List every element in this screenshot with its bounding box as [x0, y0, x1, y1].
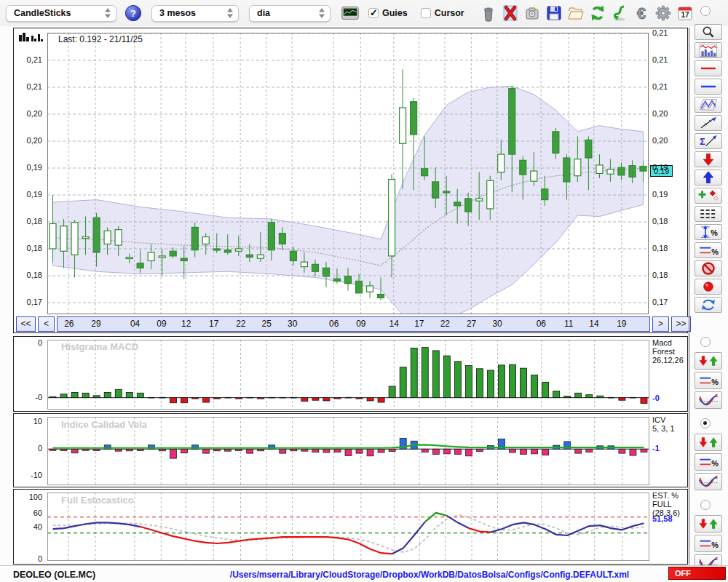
- date-tick: 06: [537, 319, 546, 329]
- curve-indicator-button-1[interactable]: [695, 391, 722, 409]
- stoch-watermark: Full Estocastico: [61, 495, 134, 506]
- svg-text:Σ: Σ: [700, 137, 705, 147]
- date-strip[interactable]: 2629040912172225300609141722273006111419: [57, 316, 650, 332]
- date-tick: 22: [440, 319, 450, 329]
- svg-text:%: %: [711, 247, 719, 256]
- sync-button[interactable]: [609, 2, 630, 24]
- date-tick: 17: [414, 319, 424, 329]
- scroll-back-button[interactable]: <: [38, 316, 55, 332]
- lines-percent-button-3[interactable]: %: [695, 535, 722, 552]
- date-tick: 30: [492, 319, 502, 329]
- scroll-fast-back-button[interactable]: <<: [16, 316, 36, 332]
- add-marker-button[interactable]: [695, 188, 722, 204]
- axis-label: 0,20: [13, 109, 42, 118]
- candlestick-plot[interactable]: [47, 33, 649, 314]
- axis-label: 5, 3, 1: [652, 424, 687, 433]
- axis-label: 0,19: [13, 190, 42, 199]
- zoom-tool-button[interactable]: [695, 24, 722, 40]
- guies-checkbox[interactable]: Guies: [368, 8, 408, 18]
- swap-arrows-button[interactable]: [695, 297, 722, 313]
- curve-indicator-button-2[interactable]: [695, 473, 722, 490]
- axis-label: (28,3,6): [652, 509, 689, 517]
- axis-label: 0,20: [13, 136, 42, 145]
- period-select[interactable]: 3 mesos: [151, 5, 239, 22]
- signal-arrows-button-2[interactable]: [695, 434, 722, 451]
- indicator-panel-radio-1[interactable]: [700, 337, 711, 347]
- save-button[interactable]: [543, 2, 565, 24]
- icv-watermark: Indice Calidad Vela: [61, 419, 147, 430]
- checkbox-icon: [421, 8, 431, 18]
- axis-label: 0,21: [652, 82, 684, 91]
- svg-text:%: %: [711, 378, 719, 386]
- axis-label: 0,18: [652, 244, 684, 252]
- euro-button[interactable]: €: [630, 2, 652, 24]
- chart-type-select[interactable]: CandleSticks: [6, 5, 116, 22]
- axis-label: ICV: [652, 415, 687, 424]
- signal-arrows-button-1[interactable]: [695, 352, 722, 370]
- panel-divider: [689, 28, 689, 565]
- date-tick: 04: [130, 319, 140, 329]
- settings-button[interactable]: [652, 2, 674, 24]
- help-button[interactable]: ?: [122, 2, 144, 24]
- trend-arrow-button[interactable]: [695, 115, 722, 131]
- lines-percent-button[interactable]: %: [695, 242, 722, 258]
- scroll-fast-fwd-button[interactable]: >>: [671, 316, 691, 332]
- axis-label: 0: [13, 554, 42, 563]
- indicator-panel-button[interactable]: [695, 42, 722, 58]
- axis-label: 10: [13, 417, 42, 426]
- main-chart-radio[interactable]: [700, 6, 711, 16]
- axis-label: 0,17: [652, 298, 684, 306]
- snapshot-button[interactable]: [521, 2, 543, 24]
- axis-label: 0,18: [652, 217, 684, 226]
- stoch-plot[interactable]: [47, 493, 649, 561]
- axis-label: 0,17: [13, 298, 42, 306]
- axis-label: 0,21: [652, 55, 684, 64]
- vertical-percent-button[interactable]: %: [695, 224, 722, 240]
- scroll-fwd-button[interactable]: >: [652, 316, 669, 332]
- macd-axis-bottom: -0: [13, 393, 42, 402]
- indicator-panel-radio-3[interactable]: [700, 500, 711, 510]
- dashed-levels-button[interactable]: [695, 206, 722, 222]
- lines-percent-button-1[interactable]: %: [695, 372, 722, 389]
- app-window: CandleSticks ? 3 mesos dia Guies Cursor …: [0, 0, 728, 582]
- axis-label: Macd: [652, 338, 687, 347]
- delete-button[interactable]: [499, 2, 521, 24]
- record-button[interactable]: [695, 279, 722, 295]
- axis-label: EST. %: [652, 491, 689, 500]
- axis-label: 0,18: [13, 271, 42, 279]
- axis-label: FULL: [652, 500, 689, 509]
- date-tick: 27: [467, 319, 476, 329]
- svg-text:17: 17: [681, 11, 689, 19]
- trash-button[interactable]: [478, 2, 499, 24]
- arrow-down-red-button[interactable]: [695, 151, 722, 167]
- red-line-button[interactable]: [695, 60, 722, 76]
- macd-axis-top: 0: [13, 338, 42, 347]
- open-folder-button[interactable]: [565, 2, 587, 24]
- date-tick: 29: [91, 319, 100, 329]
- indicator-panel-radio-2[interactable]: [700, 418, 711, 428]
- mini-chart-button[interactable]: [339, 2, 361, 24]
- axis-label: 26,12,26: [652, 356, 687, 364]
- cursor-checkbox[interactable]: Cursor: [421, 8, 464, 18]
- date-tick: 22: [236, 319, 245, 329]
- blue-line-button[interactable]: [695, 79, 722, 95]
- forbid-button[interactable]: [695, 260, 722, 276]
- toolbar: CandleSticks ? 3 mesos dia Guies Cursor …: [0, 0, 728, 26]
- interval-value: dia: [257, 8, 314, 18]
- config-path: /Users/mserra/Library/CloudStorage/Dropb…: [175, 570, 684, 580]
- lines-percent-button-2[interactable]: %: [695, 453, 722, 471]
- refresh-button[interactable]: [587, 2, 609, 24]
- axis-label: -10: [13, 471, 42, 479]
- date-tick: 26: [64, 319, 74, 329]
- axis-label: 0,20: [652, 109, 684, 118]
- chevron-updown-icon: [318, 7, 325, 19]
- cursor-label: Cursor: [435, 8, 464, 18]
- arrow-up-blue-button[interactable]: [695, 170, 722, 186]
- zigzag-button[interactable]: [695, 97, 722, 113]
- axis-label: 100: [13, 493, 42, 501]
- off-toggle-button[interactable]: OFF: [668, 567, 726, 580]
- chart-type-value: CandleSticks: [14, 8, 100, 18]
- interval-select[interactable]: dia: [249, 5, 331, 22]
- sigma-trend-button[interactable]: Σ: [695, 133, 722, 149]
- signal-arrows-button-3[interactable]: [695, 515, 722, 533]
